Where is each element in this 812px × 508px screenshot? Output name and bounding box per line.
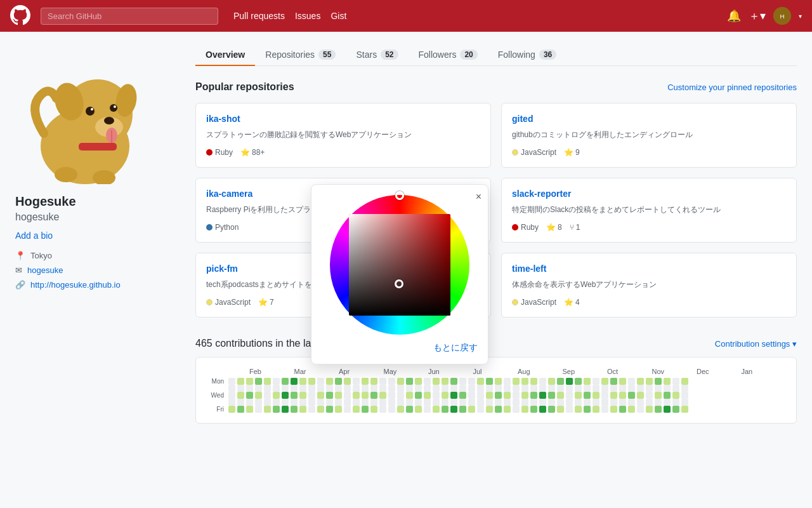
contrib-cell[interactable]	[593, 399, 599, 406]
contrib-cell[interactable]	[539, 392, 546, 399]
contrib-cell[interactable]	[415, 385, 422, 392]
contrib-cell[interactable]	[566, 378, 573, 385]
tab-followers[interactable]: Followers 20	[409, 44, 488, 66]
contrib-cell[interactable]	[397, 378, 404, 385]
contrib-cell[interactable]	[397, 385, 404, 392]
contrib-cell[interactable]	[415, 399, 422, 406]
contrib-cell[interactable]	[513, 392, 520, 399]
contrib-cell[interactable]	[628, 385, 635, 392]
contrib-cell[interactable]	[317, 406, 324, 413]
contrib-cell[interactable]	[459, 378, 466, 385]
contrib-cell[interactable]	[424, 392, 431, 399]
contrib-cell[interactable]	[575, 378, 582, 385]
repo-name-gited[interactable]: gited	[512, 114, 786, 124]
contrib-cell[interactable]	[264, 385, 271, 392]
contrib-cell[interactable]	[326, 392, 333, 399]
contrib-cell[interactable]	[521, 378, 528, 385]
contrib-cell[interactable]	[610, 392, 617, 399]
issues-link[interactable]: Issues	[295, 11, 320, 21]
contrib-cell[interactable]	[486, 399, 493, 406]
contrib-cell[interactable]	[228, 406, 235, 413]
contrib-cell[interactable]	[317, 378, 324, 385]
contrib-cell[interactable]	[530, 392, 537, 399]
contrib-cell[interactable]	[495, 399, 502, 406]
contrib-cell[interactable]	[628, 392, 635, 399]
contrib-cell[interactable]	[379, 378, 386, 385]
contrib-cell[interactable]	[672, 399, 679, 406]
contrib-cell[interactable]	[664, 399, 671, 406]
contrib-cell[interactable]	[379, 399, 386, 406]
contrib-cell[interactable]	[664, 385, 671, 392]
contrib-cell[interactable]	[601, 392, 608, 399]
contrib-cell[interactable]	[521, 392, 528, 399]
tab-following[interactable]: Following 36	[488, 44, 567, 66]
contrib-cell[interactable]	[477, 399, 484, 406]
contrib-cell[interactable]	[273, 378, 280, 385]
contrib-cell[interactable]	[575, 399, 582, 406]
contrib-cell[interactable]	[646, 378, 653, 385]
contrib-cell[interactable]	[344, 399, 351, 406]
contrib-cell[interactable]	[442, 392, 449, 399]
contrib-cell[interactable]	[255, 378, 262, 385]
contrib-cell[interactable]	[539, 399, 546, 406]
contrib-cell[interactable]	[459, 406, 466, 413]
gist-link[interactable]: Gist	[331, 11, 346, 21]
contrib-cell[interactable]	[415, 406, 422, 413]
contrib-cell[interactable]	[255, 399, 262, 406]
contrib-cell[interactable]	[646, 406, 653, 413]
contrib-cell[interactable]	[397, 406, 404, 413]
contrib-cell[interactable]	[406, 385, 413, 392]
contrib-cell[interactable]	[566, 399, 573, 406]
contrib-cell[interactable]	[486, 406, 493, 413]
contrib-cell[interactable]	[619, 392, 626, 399]
contrib-cell[interactable]	[486, 392, 493, 399]
contrib-cell[interactable]	[566, 385, 573, 392]
contrib-cell[interactable]	[593, 378, 599, 385]
contrib-cell[interactable]	[548, 378, 555, 385]
contrib-cell[interactable]	[228, 392, 235, 399]
contrib-cell[interactable]	[370, 378, 377, 385]
contrib-cell[interactable]	[433, 399, 440, 406]
contrib-cell[interactable]	[335, 385, 342, 392]
contrib-cell[interactable]	[362, 378, 369, 385]
contrib-cell[interactable]	[433, 385, 440, 392]
contrib-cell[interactable]	[273, 392, 280, 399]
contrib-cell[interactable]	[619, 406, 626, 413]
contrib-cell[interactable]	[273, 399, 280, 406]
add-bio-link[interactable]: Add a bio	[15, 231, 180, 241]
contrib-cell[interactable]	[291, 378, 298, 385]
color-picker-handle-top[interactable]	[395, 191, 404, 200]
contrib-cell[interactable]	[557, 378, 564, 385]
contrib-cell[interactable]	[362, 385, 369, 392]
contrib-cell[interactable]	[468, 378, 475, 385]
contrib-cell[interactable]	[530, 399, 537, 406]
contrib-cell[interactable]	[335, 378, 342, 385]
contrib-cell[interactable]	[468, 392, 475, 399]
contrib-cell[interactable]	[655, 406, 662, 413]
contrib-cell[interactable]	[237, 392, 244, 399]
contrib-cell[interactable]	[442, 378, 449, 385]
contrib-cell[interactable]	[575, 385, 582, 392]
contrib-cell[interactable]	[504, 406, 511, 413]
color-gradient-square[interactable]	[349, 214, 450, 316]
contrib-cell[interactable]	[619, 378, 626, 385]
contrib-cell[interactable]	[362, 399, 369, 406]
contrib-cell[interactable]	[344, 406, 351, 413]
contrib-cell[interactable]	[326, 406, 333, 413]
contrib-cell[interactable]	[379, 406, 386, 413]
plus-button[interactable]: ＋▾	[749, 8, 766, 23]
contrib-cell[interactable]	[299, 399, 306, 406]
contrib-cell[interactable]	[388, 406, 395, 413]
contrib-cell[interactable]	[495, 406, 502, 413]
contrib-cell[interactable]	[672, 378, 679, 385]
contrib-cell[interactable]	[370, 399, 377, 406]
color-picker-handle-inner[interactable]	[395, 279, 403, 288]
website-link[interactable]: http://hogesuke.github.io	[30, 280, 121, 290]
customize-pinned-link[interactable]: Customize your pinned repositories	[667, 83, 797, 92]
contrib-cell[interactable]	[664, 392, 671, 399]
contrib-cell[interactable]	[415, 392, 422, 399]
contrib-cell[interactable]	[406, 399, 413, 406]
contrib-cell[interactable]	[584, 399, 591, 406]
contrib-cell[interactable]	[637, 399, 644, 406]
modal-close-button[interactable]: ×	[476, 191, 481, 203]
